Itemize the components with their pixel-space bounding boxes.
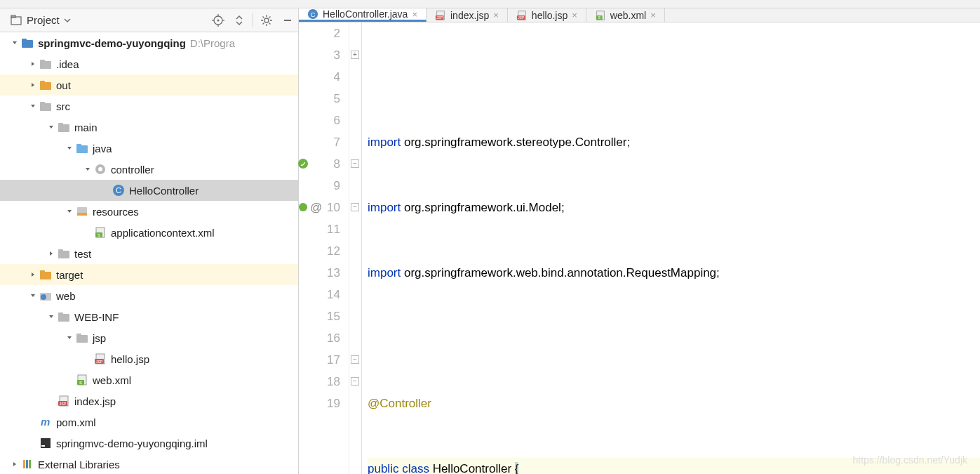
tab-web-xml[interactable]: Sweb.xml× (586, 8, 665, 22)
tree-arrow-icon[interactable] (46, 122, 56, 132)
tab-hellocontroller-java[interactable]: CHelloController.java× (299, 8, 427, 22)
tree-arrow-icon[interactable] (83, 164, 93, 174)
tree-item-applicationcontext-xml[interactable]: Sapplicationcontext.xml (0, 222, 298, 243)
line-number: 13 (299, 262, 340, 284)
svg-rect-19 (58, 123, 63, 125)
expand-all-button[interactable] (229, 10, 250, 31)
spring-leaf-icon[interactable] (296, 200, 310, 214)
tree-label: hello.jsp (111, 353, 149, 365)
tab-hello-jsp[interactable]: JSPhello.jsp× (508, 8, 586, 22)
tree-label: springmvc-demo-yuyongqing.iml (56, 437, 208, 449)
tree-label: jsp (93, 332, 106, 344)
svg-rect-37 (58, 314, 69, 322)
folder-icon (58, 310, 70, 323)
spring-bean-icon[interactable] (296, 157, 310, 171)
tree-item-src[interactable]: src (0, 96, 298, 117)
tab-label: index.jsp (450, 10, 489, 21)
fold-toggle[interactable]: − (351, 377, 359, 386)
tree-label: HelloController (129, 185, 199, 197)
line-number: 3 (299, 44, 340, 66)
tree-label: web.xml (93, 374, 131, 386)
tree-arrow-icon[interactable] (65, 375, 74, 385)
tree-item-main[interactable]: main (0, 117, 298, 138)
tree-arrow-icon[interactable] (65, 143, 74, 153)
svg-rect-9 (284, 20, 291, 21)
jsp-icon: JSP (58, 395, 70, 407)
close-icon[interactable]: × (650, 10, 656, 20)
tree-item-java[interactable]: java (0, 138, 298, 159)
tree-label: target (56, 269, 83, 281)
tree-arrow-icon[interactable] (28, 438, 38, 448)
tree-arrow-icon[interactable] (28, 417, 38, 427)
tree-item-controller[interactable]: controller (0, 159, 298, 180)
tree-arrow-icon[interactable] (28, 101, 38, 111)
tree-arrow-icon[interactable] (28, 291, 38, 301)
settings-button[interactable] (256, 10, 277, 31)
fold-toggle[interactable]: + (351, 51, 359, 59)
tree-arrow-icon[interactable] (101, 185, 111, 195)
project-view-selector[interactable]: Project (0, 14, 71, 27)
tab-index-jsp[interactable]: JSPindex.jsp× (427, 8, 508, 22)
folder-o-icon (39, 79, 52, 91)
svg-rect-39 (76, 335, 88, 343)
code-editor[interactable]: 23456789@0010111213141516171819 +−−−− im… (299, 22, 980, 474)
tree-item--idea[interactable]: .idea (0, 53, 298, 74)
tree-arrow-icon[interactable] (46, 312, 56, 322)
svg-text:JSP: JSP (95, 360, 102, 364)
tree-arrow-icon[interactable] (83, 354, 93, 364)
tree-item-external-libraries[interactable]: External Libraries (0, 454, 298, 474)
tree-arrow-icon[interactable] (65, 206, 74, 216)
tree-item-test[interactable]: test (0, 243, 298, 264)
code-content[interactable]: import org.springframework.stereotype.Co… (362, 22, 980, 474)
tree-item-web-xml[interactable]: Sweb.xml (0, 369, 298, 390)
class-icon: C (307, 8, 318, 20)
hide-button[interactable] (277, 10, 298, 31)
editor-area: CHelloController.java×JSPindex.jsp×JSPhe… (299, 8, 980, 474)
close-icon[interactable]: × (493, 10, 499, 20)
tree-arrow-icon[interactable] (10, 38, 20, 48)
tree-item-jsp[interactable]: jsp (0, 327, 298, 348)
fold-toggle[interactable]: − (351, 355, 359, 364)
tree-arrow-icon[interactable] (65, 333, 74, 343)
tree-item-web[interactable]: web (0, 285, 298, 306)
tree-item-hello-jsp[interactable]: JSPhello.jsp (0, 348, 298, 369)
folder-icon (58, 121, 70, 133)
window-top-strip (0, 0, 980, 8)
tree-arrow-icon[interactable] (83, 228, 93, 237)
folder-o-icon (39, 268, 52, 281)
tree-arrow-icon[interactable] (46, 249, 56, 258)
svg-point-23 (98, 167, 102, 171)
tree-item-target[interactable]: target (0, 264, 298, 285)
tree-arrow-icon[interactable] (10, 459, 20, 469)
fold-toggle[interactable]: − (351, 203, 359, 211)
tree-item-web-inf[interactable]: WEB-INF (0, 306, 298, 327)
tree-arrow-icon[interactable] (28, 80, 38, 90)
close-icon[interactable]: × (412, 9, 417, 20)
fold-column[interactable]: +−−−− (349, 22, 362, 474)
svg-text:JSP: JSP (59, 402, 66, 406)
tree-arrow-icon[interactable] (46, 396, 56, 406)
tree-item-out[interactable]: out (0, 74, 298, 96)
svg-rect-54 (26, 460, 28, 468)
tree-label: web (56, 290, 76, 302)
fold-toggle[interactable]: − (351, 159, 359, 168)
line-number: 19 (299, 393, 340, 414)
tree-item-springmvc-demo-yuyongqing[interactable]: springmvc-demo-yuyongqingD:\Progra (0, 32, 298, 53)
jsp-icon: JSP (435, 10, 446, 21)
tree-item-hellocontroller[interactable]: CHelloController (0, 180, 298, 201)
project-tree[interactable]: springmvc-demo-yuyongqingD:\Progra.ideao… (0, 32, 298, 474)
line-number: 16 (299, 327, 340, 349)
tree-item-resources[interactable]: resources (0, 201, 298, 222)
project-header: Project (0, 8, 298, 32)
svg-rect-11 (22, 39, 27, 41)
tree-item-pom-xml[interactable]: mpom.xml (0, 412, 298, 433)
line-number: 18 (299, 371, 340, 393)
tree-arrow-icon[interactable] (28, 270, 38, 279)
tree-item-springmvc-demo-yuyongqing-iml[interactable]: springmvc-demo-yuyongqing.iml (0, 433, 298, 454)
locate-file-button[interactable] (208, 10, 229, 31)
jsp-icon: JSP (516, 10, 528, 21)
svg-rect-17 (40, 102, 45, 104)
tree-arrow-icon[interactable] (28, 59, 38, 69)
tree-item-index-jsp[interactable]: JSPindex.jsp (0, 390, 298, 412)
close-icon[interactable]: × (572, 10, 577, 20)
